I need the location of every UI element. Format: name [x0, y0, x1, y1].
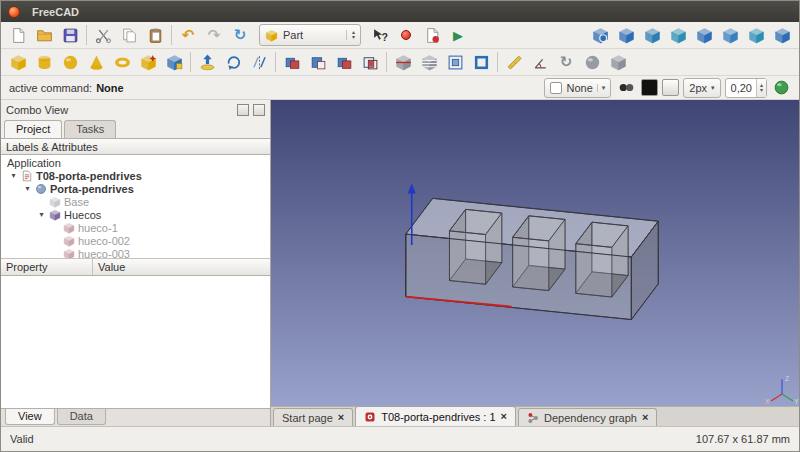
extrude-button[interactable] [194, 50, 220, 74]
window-title: FreeCAD [32, 6, 79, 18]
tab-view[interactable]: View [5, 409, 55, 425]
tab-dependency-graph[interactable]: Dependency graph × [518, 408, 657, 426]
measure-angular-button[interactable] [527, 50, 553, 74]
rear-view-button[interactable] [717, 23, 743, 47]
cone-button[interactable] [83, 50, 109, 74]
copy-button[interactable] [116, 23, 142, 47]
tree-item-label: hueco-1 [78, 222, 118, 234]
cut-button[interactable] [90, 23, 116, 47]
box-button[interactable] [5, 50, 31, 74]
display-mode-button[interactable]: None ▾ [544, 78, 611, 98]
paste-icon [147, 27, 164, 44]
property-table-body[interactable] [1, 276, 270, 408]
section-icon [395, 54, 412, 71]
dock-float-button[interactable] [237, 104, 249, 116]
open-document-button[interactable] [31, 23, 57, 47]
toggle-3d-measurements-button[interactable] [605, 50, 631, 74]
line-width-selector[interactable]: 2px ▾ [683, 78, 720, 98]
close-tab-icon[interactable]: × [338, 412, 344, 423]
macro-record-button[interactable] [393, 23, 419, 47]
torus-button[interactable] [109, 50, 135, 74]
cylinder-button[interactable] [31, 50, 57, 74]
measure-refresh-button[interactable]: ↻ [553, 50, 579, 74]
tree-item-huecos[interactable]: ▾ Huecos [1, 208, 270, 221]
toggle-all-measurements-button[interactable] [579, 50, 605, 74]
3d-model-canvas[interactable]: Z X Y [271, 100, 799, 406]
tab-project[interactable]: Project [4, 120, 62, 138]
paste-button[interactable] [142, 23, 168, 47]
dimensions-readout: 107.67 x 61.87 mm [696, 433, 790, 445]
new-document-button[interactable] [5, 23, 31, 47]
right-view-button[interactable] [691, 23, 717, 47]
tab-tasks[interactable]: Tasks [64, 120, 116, 138]
measure-linear-button[interactable] [501, 50, 527, 74]
create-primitives-button[interactable] [135, 50, 161, 74]
part-feature-icon [35, 183, 47, 195]
window-close-button[interactable] [8, 6, 20, 18]
tree-item-label: Application [7, 157, 61, 169]
close-tab-icon[interactable]: × [501, 411, 507, 422]
union-button[interactable] [331, 50, 357, 74]
offset-shape-button[interactable] [442, 50, 468, 74]
boolean-button[interactable] [279, 50, 305, 74]
tree-item-porta-pendrives[interactable]: ▾ Porta-pendrives [1, 182, 270, 195]
close-tab-icon[interactable]: × [642, 412, 648, 423]
macro-execute-button[interactable]: ▶ [445, 23, 471, 47]
tree-item-hueco-003[interactable]: hueco-003 [1, 247, 270, 259]
titlebar[interactable]: FreeCAD [1, 1, 799, 22]
macro-dialog-button[interactable] [419, 23, 445, 47]
toggle-3d-icon [610, 54, 627, 71]
cut-boolean-button[interactable] [305, 50, 331, 74]
front-view-button[interactable] [639, 23, 665, 47]
shape-builder-button[interactable] [161, 50, 187, 74]
render-button[interactable] [771, 76, 791, 100]
face-color-swatch[interactable] [662, 79, 679, 96]
dock-close-button[interactable] [253, 104, 265, 116]
sphere-button[interactable] [57, 50, 83, 74]
shading-icon [618, 79, 635, 96]
axonometric-view-button[interactable] [613, 23, 639, 47]
3d-viewport[interactable]: Z X Y [271, 100, 799, 406]
tree-item-hueco-002[interactable]: hueco-002 [1, 234, 270, 247]
top-view-button[interactable] [665, 23, 691, 47]
cross-sections-button[interactable] [416, 50, 442, 74]
tree-item-application[interactable]: Application [1, 156, 270, 169]
expander-icon[interactable]: ▾ [37, 210, 46, 219]
save-document-button[interactable] [57, 23, 83, 47]
line-color-swatch[interactable] [641, 79, 658, 96]
combo-view-titlebar: Combo View [1, 100, 270, 118]
freecad-window: FreeCAD ↶ ↷ ↻ Part ▴▾ ? ▶ [0, 0, 800, 452]
tree-item-label: Huecos [64, 209, 101, 221]
mirror-button[interactable] [246, 50, 272, 74]
revolve-button[interactable] [220, 50, 246, 74]
whats-this-button[interactable]: ? [367, 23, 393, 47]
bottom-view-button[interactable] [743, 23, 769, 47]
tab-start-page[interactable]: Start page × [273, 408, 353, 426]
tree-item-label: hueco-003 [78, 248, 130, 260]
tab-data[interactable]: Data [57, 409, 106, 425]
redo-arrow-icon: ↷ [208, 28, 221, 43]
status-message: Valid [10, 433, 34, 445]
thickness-button[interactable] [468, 50, 494, 74]
section-button[interactable] [390, 50, 416, 74]
expander-icon[interactable]: ▾ [9, 171, 18, 180]
tree-item-hueco-1[interactable]: hueco-1 [1, 221, 270, 234]
fit-all-button[interactable] [587, 23, 613, 47]
refresh-button[interactable]: ↻ [227, 23, 253, 47]
undo-button[interactable]: ↶ [175, 23, 201, 47]
intersection-button[interactable] [357, 50, 383, 74]
tree-item-document[interactable]: ▾ T08-porta-pendrives [1, 169, 270, 182]
shading-button[interactable] [615, 76, 637, 100]
left-view-button[interactable] [769, 23, 795, 47]
combo-arrows-icon: ▴▾ [346, 30, 355, 40]
tree-item-base[interactable]: Base [1, 195, 270, 208]
tab-document-view[interactable]: T08-porta-pendrives : 1 × [355, 406, 516, 426]
point-size-spinbox[interactable]: 0,20 ▴▾ [725, 78, 767, 98]
box-feature-icon [63, 235, 75, 247]
line-width-value: 2px [689, 82, 707, 94]
expander-icon[interactable]: ▾ [23, 184, 32, 193]
save-icon [62, 27, 79, 44]
extrude-icon [199, 54, 216, 71]
redo-button[interactable]: ↷ [201, 23, 227, 47]
workbench-selector[interactable]: Part ▴▾ [259, 24, 361, 46]
